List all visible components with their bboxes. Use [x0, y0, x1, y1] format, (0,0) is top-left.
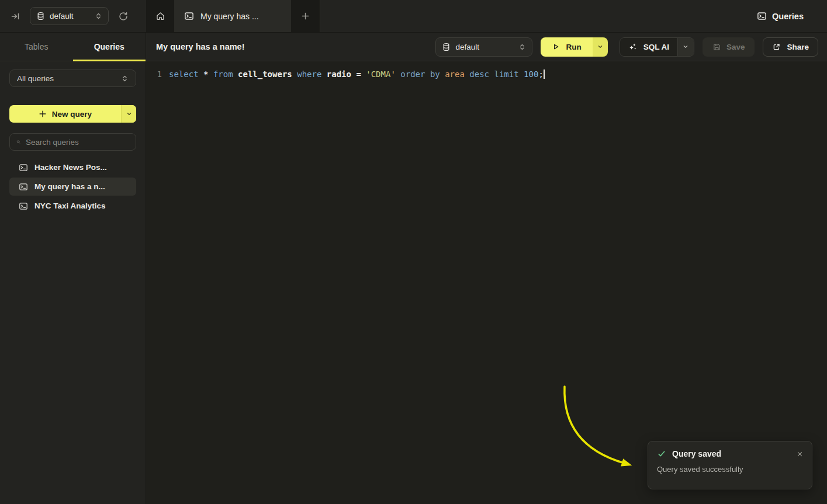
- refresh-icon: [119, 12, 128, 21]
- sidebar-tab-queries-label: Queries: [94, 42, 124, 51]
- sidebar-body: All queries New query: [0, 61, 146, 215]
- share-label: Share: [787, 43, 809, 51]
- home-button[interactable]: [146, 0, 174, 32]
- search-icon: [16, 138, 20, 146]
- text-cursor: [544, 69, 545, 79]
- sidebar-tabs: Tables Queries: [0, 33, 146, 61]
- new-query-label: New query: [52, 110, 92, 119]
- query-item-label: NYC Taxi Analytics: [34, 201, 106, 210]
- content: Tables Queries All queries New query: [0, 33, 827, 504]
- tab-label: My query has ...: [200, 12, 259, 21]
- query-terminal-icon: [19, 163, 28, 172]
- new-query-dropdown-button[interactable]: [121, 105, 136, 123]
- toast-message: Query saved successfully: [657, 465, 803, 474]
- collapse-sidebar-button[interactable]: [7, 8, 23, 25]
- chevrons-updown-icon: [121, 75, 129, 82]
- query-terminal-icon: [184, 11, 194, 21]
- save-label: Save: [726, 43, 745, 51]
- new-query-button[interactable]: New query: [9, 105, 121, 123]
- top-bar-right: Queries: [320, 0, 827, 32]
- tab-strip: My query has ...: [146, 0, 320, 32]
- sidebar-tab-queries[interactable]: Queries: [73, 33, 146, 61]
- share-button[interactable]: Share: [763, 37, 818, 57]
- search-queries-box: [9, 133, 136, 151]
- plus-icon: [301, 12, 310, 20]
- query-terminal-icon: [19, 182, 28, 192]
- database-icon: [442, 43, 451, 51]
- run-split-button: Run: [541, 37, 607, 57]
- run-label: Run: [566, 43, 581, 51]
- queries-menu-label: Queries: [772, 12, 804, 21]
- sql-ai-split-button: SQL AI: [620, 37, 694, 57]
- database-icon: [36, 12, 45, 20]
- run-dropdown-button[interactable]: [593, 37, 608, 57]
- save-button[interactable]: Save: [703, 37, 755, 57]
- share-export-icon: [772, 43, 781, 51]
- new-tab-button[interactable]: [291, 0, 320, 32]
- connection-database-selector[interactable]: default: [30, 7, 109, 25]
- close-icon: [797, 451, 803, 457]
- chevrons-updown-icon: [95, 12, 102, 20]
- save-icon: [712, 43, 721, 51]
- sidebar-tab-tables-label: Tables: [25, 42, 48, 51]
- arrow-right-to-line-icon: [11, 12, 20, 21]
- sql-ai-label: SQL AI: [643, 43, 669, 51]
- refresh-button[interactable]: [115, 8, 132, 25]
- sql-line-1: 1 select * from cell_towers where radio …: [146, 68, 827, 81]
- new-query-split-button: New query: [9, 105, 136, 123]
- home-icon: [155, 11, 165, 21]
- toast-title: Query saved: [672, 449, 721, 458]
- chevrons-updown-icon: [518, 43, 526, 51]
- app-root: default My query has ... Queries: [0, 0, 827, 504]
- top-bar: default My query has ... Queries: [0, 0, 827, 33]
- sql-code: select * from cell_towers where radio = …: [169, 68, 545, 81]
- query-filter-value: All queries: [17, 74, 54, 83]
- search-queries-input[interactable]: [26, 138, 129, 147]
- query-list-item-hacker-news[interactable]: Hacker News Pos...: [9, 158, 136, 176]
- connection-database-value: default: [50, 12, 74, 20]
- run-database-value: default: [455, 43, 479, 51]
- query-list-item-my-query[interactable]: My query has a n...: [9, 178, 136, 196]
- sidebar-tab-tables[interactable]: Tables: [0, 33, 73, 61]
- query-filter-select[interactable]: All queries: [9, 69, 136, 87]
- plus-icon: [39, 110, 47, 118]
- query-item-label: Hacker News Pos...: [34, 163, 107, 172]
- query-item-label: My query has a n...: [34, 182, 105, 191]
- sql-ai-button[interactable]: SQL AI: [620, 38, 677, 56]
- chevron-down-icon: [597, 43, 604, 50]
- sql-ai-dropdown-button[interactable]: [677, 38, 694, 56]
- play-icon: [552, 43, 560, 51]
- main-panel: My query has a name! default Run: [146, 33, 827, 504]
- run-database-selector[interactable]: default: [435, 37, 532, 57]
- chevron-down-icon: [126, 110, 133, 117]
- chevron-down-icon: [682, 43, 689, 50]
- sql-editor[interactable]: 1 select * from cell_towers where radio …: [146, 61, 827, 504]
- query-terminal-icon: [19, 201, 28, 211]
- toast-query-saved: Query saved Query saved successfully: [648, 441, 812, 489]
- sparkles-icon: [628, 42, 638, 51]
- toast-close-button[interactable]: [797, 451, 803, 457]
- query-list: Hacker News Pos... My query has a n... N…: [9, 158, 136, 215]
- run-button[interactable]: Run: [541, 37, 592, 57]
- top-bar-left: default: [0, 0, 146, 32]
- check-icon: [657, 449, 666, 458]
- query-list-item-nyc-taxi[interactable]: NYC Taxi Analytics: [9, 197, 136, 215]
- tab-my-query[interactable]: My query has ...: [174, 0, 291, 32]
- query-terminal-icon: [757, 11, 767, 21]
- queries-menu-button[interactable]: Queries: [757, 11, 804, 21]
- sidebar: Tables Queries All queries New query: [0, 33, 146, 504]
- editor-header: My query has a name! default Run: [146, 33, 827, 61]
- query-title: My query has a name!: [156, 42, 435, 51]
- toast-header: Query saved: [657, 449, 803, 458]
- line-number: 1: [146, 68, 162, 81]
